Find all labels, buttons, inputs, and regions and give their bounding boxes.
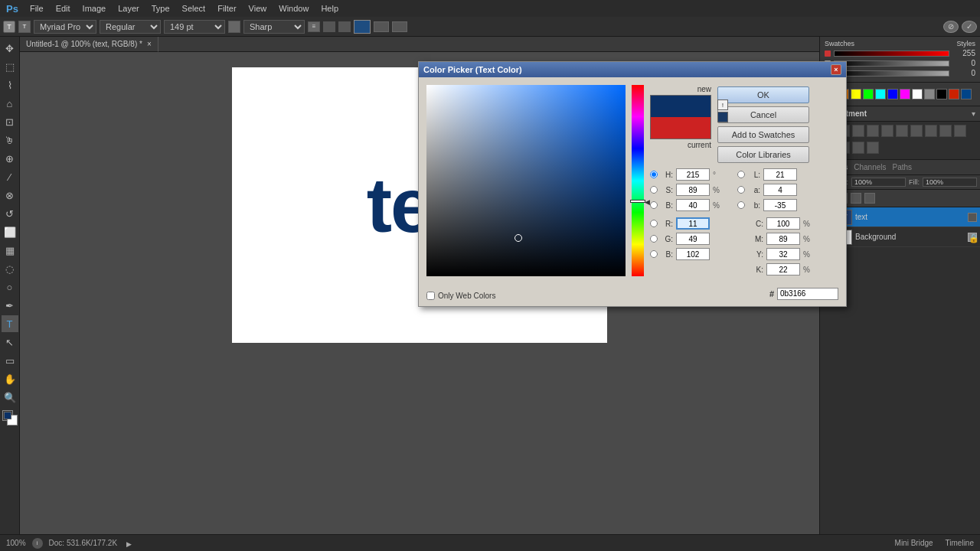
hand-tool[interactable]: ✋ <box>2 370 18 387</box>
color-libraries-button[interactable]: Color Libraries <box>717 146 809 163</box>
menu-window[interactable]: Window <box>273 2 314 15</box>
adj-invert[interactable] <box>867 142 879 154</box>
menu-filter[interactable]: Filter <box>212 2 241 15</box>
warp-text-btn[interactable] <box>374 21 389 32</box>
gradient-tool[interactable]: ▦ <box>2 242 18 259</box>
a-input[interactable] <box>763 184 797 196</box>
menu-type[interactable]: Type <box>146 2 175 15</box>
zoom-info-btn[interactable]: i <box>32 538 43 549</box>
swatch-magenta[interactable] <box>900 89 910 99</box>
marquee-tool[interactable]: ⬚ <box>2 58 18 75</box>
web-safe-icon[interactable] <box>717 112 728 122</box>
swatch-gray[interactable] <box>924 89 935 99</box>
align-right-btn[interactable] <box>338 21 351 32</box>
superscript-btn[interactable] <box>228 21 240 33</box>
styles-tab[interactable]: Styles <box>956 40 975 47</box>
paths-tab[interactable]: Paths <box>893 163 913 171</box>
cancel-type-btn[interactable]: ⊘ <box>943 21 959 33</box>
lock-all-btn[interactable] <box>864 193 875 204</box>
hue-slider-container[interactable]: ◀ <box>632 85 644 276</box>
swatch-cyan[interactable] <box>875 89 886 99</box>
opacity-slider[interactable]: 100% <box>851 178 906 187</box>
history-brush-tool[interactable]: ↺ <box>2 205 18 222</box>
swatch-white[interactable] <box>912 89 923 99</box>
swatch-green[interactable] <box>863 89 874 99</box>
cancel-button[interactable]: Cancel <box>717 106 809 123</box>
c-input[interactable] <box>766 217 800 230</box>
font-style-select[interactable]: Regular <box>100 20 161 34</box>
r-radio[interactable] <box>650 220 658 227</box>
character-panel-btn[interactable] <box>392 21 407 32</box>
font-family-select[interactable]: Myriad Pro <box>34 20 96 34</box>
h-input[interactable] <box>676 168 710 181</box>
adj-hsl[interactable] <box>867 125 879 137</box>
canvas-tab[interactable]: Untitled-1 @ 100% (text, RGB/8) * × <box>20 37 158 52</box>
lock-position-btn[interactable] <box>851 193 861 204</box>
text-color-box[interactable] <box>354 20 371 34</box>
menu-layer[interactable]: Layer <box>113 2 145 15</box>
healing-tool[interactable]: ⊕ <box>2 150 18 167</box>
add-to-swatches-button[interactable]: Add to Swatches <box>717 126 809 143</box>
s-input[interactable] <box>676 184 710 196</box>
h-radio[interactable] <box>650 171 658 178</box>
antialiasing-select[interactable]: Sharp <box>243 20 305 34</box>
g-input[interactable] <box>676 233 710 245</box>
eyedropper-tool[interactable]: 🖰 <box>2 132 18 148</box>
fill-slider[interactable]: 100% <box>923 178 977 187</box>
zoom-tool[interactable]: 🔍 <box>2 389 18 406</box>
b2-radio[interactable] <box>650 250 658 258</box>
y-input[interactable] <box>766 248 800 260</box>
dodge-tool[interactable]: ○ <box>2 279 18 295</box>
magic-wand-tool[interactable]: ⌂ <box>2 95 18 112</box>
g-radio[interactable] <box>650 235 658 243</box>
adj-colorbalance[interactable] <box>896 125 908 137</box>
adj-photofilter[interactable] <box>925 125 937 137</box>
move-tool[interactable]: ✥ <box>2 40 18 57</box>
k-input[interactable] <box>766 263 800 276</box>
swatch-darkred[interactable] <box>949 89 959 99</box>
l-input[interactable] <box>763 168 797 181</box>
r-input[interactable] <box>676 217 710 230</box>
align-center-btn[interactable] <box>323 21 335 32</box>
brush-tool[interactable]: ∕ <box>2 168 18 185</box>
clone-tool[interactable]: ⊗ <box>2 187 18 204</box>
swatch-navy[interactable] <box>961 89 972 99</box>
menu-edit[interactable]: Edit <box>51 2 76 15</box>
m-input[interactable] <box>766 233 800 245</box>
swatch-yellow[interactable] <box>851 89 861 99</box>
swatch-black[interactable] <box>936 89 947 99</box>
eraser-tool[interactable]: ⬜ <box>2 223 18 240</box>
adj-coloredit[interactable] <box>954 125 966 137</box>
r-slider[interactable] <box>834 51 949 57</box>
timeline-label[interactable]: Timeline <box>946 539 974 547</box>
mini-bridge-label[interactable]: Mini Bridge <box>895 539 933 547</box>
font-size-select[interactable]: 149 pt <box>164 20 225 34</box>
swatches-tab[interactable]: Swatches <box>825 40 854 47</box>
g-slider[interactable] <box>834 60 949 67</box>
a-radio[interactable] <box>737 186 745 194</box>
commit-type-btn[interactable]: ✓ <box>962 21 977 33</box>
menu-help[interactable]: Help <box>315 2 344 15</box>
adj-threshold[interactable] <box>852 142 864 154</box>
b-input[interactable] <box>676 199 710 211</box>
expand-arrow[interactable]: ▶ <box>126 540 134 547</box>
lasso-tool[interactable]: ⌇ <box>2 77 18 93</box>
color-gradient-picker[interactable] <box>426 85 626 276</box>
hex-input[interactable] <box>777 288 838 300</box>
menu-select[interactable]: Select <box>177 2 211 15</box>
adj-vibrance[interactable] <box>881 125 893 137</box>
adj-levels[interactable] <box>852 125 864 137</box>
b3-radio[interactable] <box>737 201 745 209</box>
b-radio[interactable] <box>650 201 658 209</box>
dialog-close-btn[interactable]: × <box>831 64 841 75</box>
adj-bw[interactable] <box>910 125 923 137</box>
blur-tool[interactable]: ◌ <box>2 260 18 277</box>
menu-image[interactable]: Image <box>77 2 112 15</box>
ok-button[interactable]: OK <box>717 86 809 103</box>
out-of-gamut-icon[interactable]: ! <box>717 99 728 110</box>
pen-tool[interactable]: ✒ <box>2 297 18 314</box>
b2-input[interactable] <box>676 248 710 260</box>
close-tab-btn[interactable]: × <box>147 40 152 48</box>
menu-file[interactable]: File <box>24 2 49 15</box>
crop-tool[interactable]: ⊡ <box>2 113 18 130</box>
